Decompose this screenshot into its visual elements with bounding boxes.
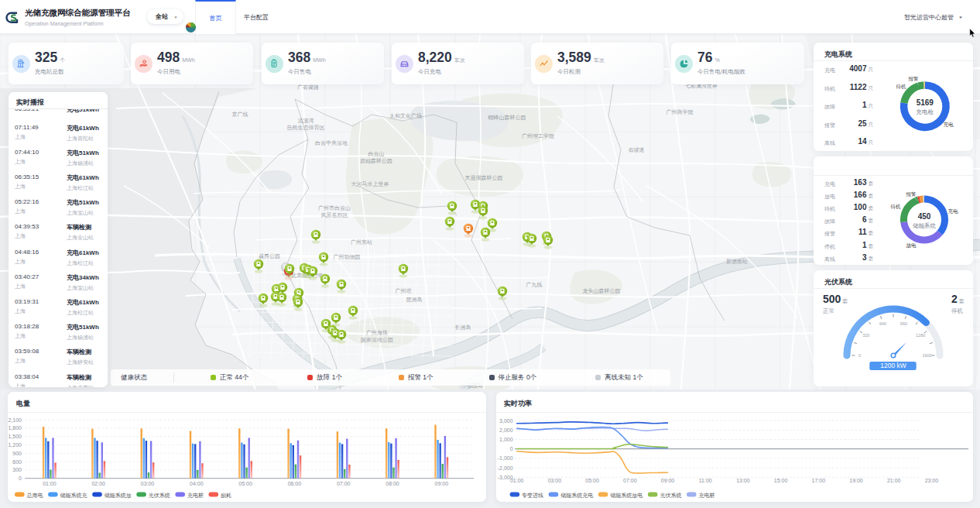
svg-text:新塘南站: 新塘南站	[726, 258, 748, 265]
svg-text:300: 300	[12, 467, 22, 472]
svg-text:广九线: 广九线	[526, 282, 543, 287]
svg-text:0: 0	[19, 475, 22, 481]
svg-text:2,000: 2,000	[499, 427, 513, 433]
svg-text:总用电: 总用电	[26, 493, 43, 499]
svg-text:15:00: 15:00	[774, 478, 788, 483]
svg-text:07:00: 07:00	[337, 481, 351, 486]
svg-text:储能系统放: 储能系统放	[105, 493, 132, 499]
svg-text:广州东站: 广州东站	[351, 239, 372, 245]
svg-text:17:00: 17:00	[812, 478, 826, 483]
svg-text:450: 450	[918, 212, 931, 221]
svg-text:长洲岛: 长洲岛	[455, 324, 471, 331]
svg-text:0: 0	[510, 446, 513, 451]
svg-text:-1,000: -1,000	[498, 455, 513, 461]
svg-text:1,800: 1,800	[8, 425, 22, 431]
svg-text:03:00: 03:00	[548, 478, 562, 483]
svg-text:充电: 充电	[944, 122, 954, 128]
svg-text:05:00: 05:00	[585, 478, 599, 483]
svg-text:1,000: 1,000	[499, 437, 513, 442]
svg-text:风景名胜区: 风景名胜区	[321, 212, 348, 218]
svg-text:1600: 1600	[922, 353, 931, 358]
svg-text:国家湿地公园: 国家湿地公园	[361, 337, 393, 343]
svg-text:储能系统: 储能系统	[913, 222, 937, 229]
svg-text:太和文化广场: 太和文化广场	[389, 112, 422, 119]
svg-text:02:00: 02:00	[91, 481, 105, 486]
svg-text:越秀公园: 越秀公园	[259, 253, 280, 259]
svg-text:21:00: 21:00	[887, 478, 901, 483]
svg-text:-2,000: -2,000	[498, 465, 513, 471]
svg-text:1,200: 1,200	[8, 442, 22, 448]
svg-text:专变进线: 专变进线	[522, 493, 543, 499]
svg-text:白云山: 白云山	[368, 151, 385, 157]
svg-text:天鹿湖森林公园: 天鹿湖森林公园	[465, 174, 503, 181]
svg-text:待机: 待机	[896, 84, 907, 90]
svg-text:放电: 放电	[906, 242, 917, 249]
svg-text:08:00: 08:00	[385, 481, 399, 486]
svg-text:640: 640	[879, 321, 886, 326]
svg-text:自然生态保育区: 自然生态保育区	[287, 124, 325, 131]
svg-text:石坡道: 石坡道	[629, 147, 645, 153]
svg-text:白云中央湿地: 白云中央湿地	[315, 140, 348, 146]
svg-text:损耗: 损耗	[221, 493, 231, 499]
svg-text:广州商学院: 广州商学院	[666, 109, 694, 115]
svg-text:960: 960	[900, 321, 907, 326]
svg-text:光伏系统: 光伏系统	[660, 493, 681, 499]
svg-text:01:00: 01:00	[43, 481, 57, 486]
svg-text:大河马水上世界: 大河马水上世界	[351, 181, 389, 187]
svg-text:流溪湾: 流溪湾	[298, 118, 314, 124]
svg-text:充电桩: 充电桩	[187, 492, 204, 499]
svg-text:900: 900	[12, 451, 22, 456]
svg-text:琶洲岛: 琶洲岛	[406, 297, 423, 303]
svg-text:06:00: 06:00	[288, 481, 302, 486]
svg-text:1280: 1280	[916, 333, 925, 338]
svg-text:11:00: 11:00	[699, 478, 712, 483]
svg-text:报警: 报警	[906, 191, 917, 197]
svg-text:03:00: 03:00	[141, 481, 155, 486]
svg-text:5169: 5169	[917, 98, 934, 107]
svg-text:04:00: 04:00	[190, 481, 204, 486]
svg-text:广州动物园: 广州动物园	[334, 254, 361, 260]
svg-text:广州塔: 广州塔	[396, 288, 412, 294]
svg-text:23:00: 23:00	[925, 478, 939, 483]
svg-text:07:00: 07:00	[623, 478, 637, 483]
svg-text:龙头山森林公园: 龙头山森林公园	[583, 288, 621, 294]
svg-text:1,500: 1,500	[8, 434, 22, 439]
svg-text:储能系统充电: 储能系统充电	[560, 493, 593, 499]
svg-text:600: 600	[12, 459, 22, 465]
svg-text:广州理工学院: 广州理工学院	[522, 133, 554, 139]
svg-text:09:00: 09:00	[661, 478, 675, 483]
svg-text:报警: 报警	[908, 76, 920, 82]
svg-text:充电桩: 充电桩	[699, 492, 715, 499]
svg-text:帽峰山森林公园: 帽峰山森林公园	[488, 115, 526, 121]
svg-text:充电枪: 充电枪	[917, 108, 934, 115]
svg-text:13:00: 13:00	[736, 478, 750, 483]
svg-text:05:00: 05:00	[238, 481, 252, 486]
svg-text:光伏系统: 光伏系统	[149, 493, 170, 499]
svg-text:储能系统放电: 储能系统放电	[610, 493, 642, 499]
svg-text:广石背路: 广石背路	[297, 84, 319, 91]
svg-text:待机: 待机	[891, 204, 902, 210]
svg-text:01:00: 01:00	[510, 478, 524, 483]
svg-text:2,100: 2,100	[8, 417, 22, 423]
svg-text:3,000: 3,000	[499, 418, 513, 424]
svg-text:09:00: 09:00	[435, 481, 449, 486]
svg-text:320: 320	[862, 333, 869, 338]
svg-text:储能系统充: 储能系统充	[60, 493, 87, 499]
svg-text:京广线: 京广线	[232, 112, 248, 117]
svg-text:1200 kW: 1200 kW	[880, 362, 906, 369]
svg-text:0: 0	[858, 353, 861, 358]
svg-text:19:00: 19:00	[849, 478, 863, 483]
svg-text:广州市白云山: 广州市白云山	[318, 204, 351, 211]
svg-text:广州海珠: 广州海珠	[366, 330, 388, 336]
svg-text:充电: 充电	[948, 208, 959, 215]
svg-text:原始森林公园: 原始森林公园	[360, 158, 392, 164]
